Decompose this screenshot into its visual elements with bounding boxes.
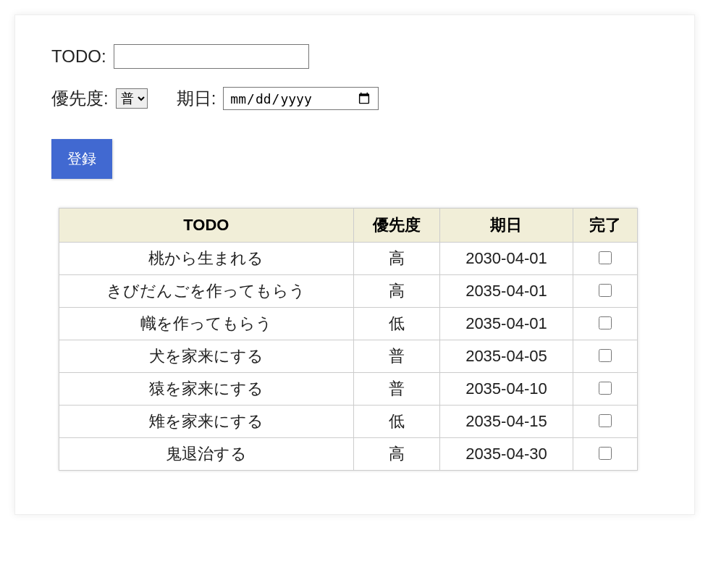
- submit-button[interactable]: 登録: [51, 139, 112, 179]
- table-row: 鬼退治する高2035-04-30: [59, 438, 638, 471]
- cell-date: 2035-04-15: [440, 406, 573, 438]
- cell-todo: きびだんごを作ってもらう: [59, 275, 354, 308]
- cell-todo: 幟を作ってもらう: [59, 308, 354, 340]
- done-checkbox[interactable]: [599, 414, 612, 427]
- header-todo: TODO: [59, 209, 354, 243]
- cell-date: 2035-04-10: [440, 373, 573, 406]
- cell-priority: 普: [353, 340, 440, 373]
- priority-select[interactable]: 高普低: [116, 88, 148, 109]
- cell-priority: 普: [353, 373, 440, 406]
- cell-priority: 高: [353, 438, 440, 471]
- cell-todo: 猿を家来にする: [59, 373, 354, 406]
- cell-done: [573, 438, 637, 471]
- table-row: 雉を家来にする低2035-04-15: [59, 406, 638, 438]
- cell-done: [573, 308, 637, 340]
- done-checkbox[interactable]: [599, 284, 612, 297]
- table-row: 猿を家来にする普2035-04-10: [59, 373, 638, 406]
- cell-done: [573, 275, 637, 308]
- cell-date: 2035-04-01: [440, 308, 573, 340]
- done-checkbox[interactable]: [599, 382, 612, 395]
- header-priority: 優先度: [353, 209, 440, 243]
- table-row: 桃から生まれる高2030-04-01: [59, 243, 638, 275]
- cell-priority: 低: [353, 308, 440, 340]
- cell-date: 2035-04-01: [440, 275, 573, 308]
- todo-input[interactable]: [114, 44, 309, 69]
- priority-label: 優先度:: [51, 87, 109, 110]
- done-checkbox[interactable]: [599, 251, 612, 264]
- cell-date: 2030-04-01: [440, 243, 573, 275]
- cell-todo: 桃から生まれる: [59, 243, 354, 275]
- date-input[interactable]: [223, 87, 379, 110]
- done-checkbox[interactable]: [599, 316, 612, 329]
- cell-todo: 雉を家来にする: [59, 406, 354, 438]
- todo-label: TODO:: [51, 46, 106, 67]
- header-date: 期日: [440, 209, 573, 243]
- cell-date: 2035-04-05: [440, 340, 573, 373]
- todo-input-row: TODO:: [51, 44, 658, 69]
- cell-todo: 犬を家来にする: [59, 340, 354, 373]
- cell-done: [573, 373, 637, 406]
- todo-app: TODO: 優先度: 高普低 期日: 登録 TODO 優先度 期日 完了 桃から…: [14, 14, 695, 515]
- cell-done: [573, 406, 637, 438]
- priority-date-row: 優先度: 高普低 期日:: [51, 87, 658, 110]
- cell-priority: 高: [353, 275, 440, 308]
- table-row: 幟を作ってもらう低2035-04-01: [59, 308, 638, 340]
- cell-done: [573, 340, 637, 373]
- header-done: 完了: [573, 209, 637, 243]
- cell-priority: 高: [353, 243, 440, 275]
- todo-table: TODO 優先度 期日 完了 桃から生まれる高2030-04-01きびだんごを作…: [59, 208, 638, 471]
- cell-done: [573, 243, 637, 275]
- cell-priority: 低: [353, 406, 440, 438]
- done-checkbox[interactable]: [599, 349, 612, 362]
- table-header-row: TODO 優先度 期日 完了: [59, 209, 638, 243]
- cell-todo: 鬼退治する: [59, 438, 354, 471]
- date-label: 期日:: [177, 87, 216, 110]
- done-checkbox[interactable]: [599, 447, 612, 460]
- table-row: きびだんごを作ってもらう高2035-04-01: [59, 275, 638, 308]
- table-row: 犬を家来にする普2035-04-05: [59, 340, 638, 373]
- cell-date: 2035-04-30: [440, 438, 573, 471]
